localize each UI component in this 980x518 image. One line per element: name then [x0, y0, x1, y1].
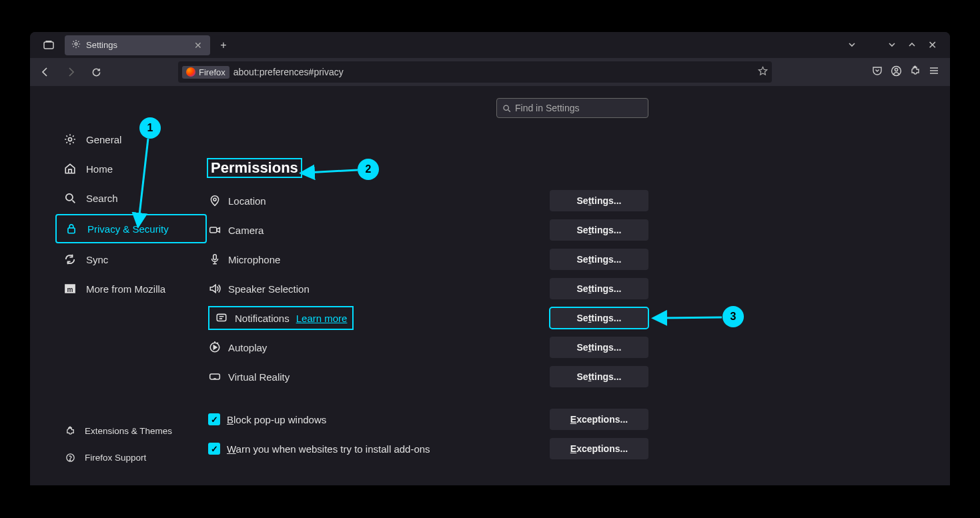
search-icon [63, 191, 77, 205]
camera-settings-button[interactable]: Settings... [550, 219, 648, 241]
permission-label: Notifications [235, 313, 290, 324]
browser-window: Settings ✕ + ✕ [30, 32, 950, 485]
sidebar-item-general[interactable]: General [55, 126, 207, 153]
sidebar-item-sync[interactable]: Sync [55, 246, 207, 273]
svg-text:m: m [67, 286, 73, 293]
notifications-settings-button[interactable]: Settings... [550, 307, 648, 329]
location-icon [208, 194, 221, 207]
svg-point-6 [68, 137, 71, 141]
sidebar-item-label: General [86, 134, 121, 145]
help-icon [63, 451, 77, 464]
location-settings-button[interactable]: Settings... [550, 190, 648, 211]
svg-point-14 [504, 105, 508, 110]
permission-label: Autoplay [228, 342, 267, 353]
svg-rect-8 [68, 228, 75, 233]
autoplay-settings-button[interactable]: Settings... [550, 337, 648, 358]
permission-label: Speaker Selection [228, 283, 310, 295]
account-icon[interactable] [891, 65, 902, 79]
close-tab-icon[interactable]: ✕ [193, 40, 203, 51]
settings-sidebar: General Home Search Privacy & Security [30, 86, 207, 485]
sidebar-item-label: Sync [86, 254, 108, 265]
permission-label: Location [228, 195, 266, 207]
tab-settings[interactable]: Settings ✕ [65, 35, 210, 55]
checkbox-label: Block pop-up windows [227, 414, 326, 425]
permission-row-autoplay: Autoplay Settings... [208, 333, 648, 362]
sidebar-item-search[interactable]: Search [55, 185, 207, 211]
vr-settings-button[interactable]: Settings... [550, 366, 648, 387]
tab-label: Settings [86, 40, 117, 50]
recent-browsing-icon[interactable] [39, 36, 58, 55]
svg-point-7 [66, 194, 73, 201]
autoplay-icon [208, 341, 221, 354]
tabs-dropdown-icon[interactable] [848, 39, 856, 51]
checkbox-warn-addons[interactable]: ✓ [208, 443, 220, 455]
notifications-icon [215, 311, 228, 325]
window-maximize-icon[interactable] [908, 39, 916, 51]
checkbox-block-popups[interactable]: ✓ [208, 413, 220, 425]
menu-icon[interactable] [929, 65, 939, 79]
window-close-icon[interactable]: ✕ [928, 39, 937, 51]
permission-row-camera: Camera Settings... [208, 215, 648, 245]
gear-icon [63, 133, 77, 146]
firefox-logo-icon [186, 67, 195, 77]
camera-icon [208, 223, 221, 237]
permission-row-notifications: Notifications Learn more Settings... [208, 303, 648, 333]
extensions-icon[interactable] [910, 65, 921, 79]
search-placeholder: Find in Settings [515, 103, 580, 113]
bookmark-star-icon[interactable] [758, 66, 768, 79]
search-icon [502, 104, 511, 113]
svg-rect-16 [210, 227, 217, 233]
svg-point-13 [69, 459, 70, 460]
sidebar-item-label: Search [86, 193, 118, 204]
settings-content: General Home Search Privacy & Security [30, 86, 950, 485]
new-tab-button[interactable]: + [214, 36, 233, 55]
settings-search-input[interactable]: Find in Settings [496, 98, 648, 118]
url-identity-badge[interactable]: Firefox [182, 66, 229, 79]
svg-rect-0 [44, 42, 53, 49]
sidebar-item-more-mozilla[interactable]: m More from Mozilla [55, 275, 207, 302]
vr-icon [208, 370, 221, 383]
home-icon [63, 162, 77, 175]
forward-button[interactable] [61, 62, 81, 82]
url-text: about:preferences#privacy [233, 67, 344, 77]
svg-rect-18 [217, 314, 226, 321]
reload-button[interactable] [86, 62, 106, 82]
sidebar-item-label: Home [86, 163, 113, 175]
toolbar-right [872, 65, 945, 79]
permissions-list: Location Settings... Camera Settings... [207, 186, 648, 463]
permission-row-microphone: Microphone Settings... [208, 245, 648, 274]
sidebar-item-support[interactable]: Firefox Support [55, 445, 207, 469]
permission-label: Camera [228, 225, 264, 236]
puzzle-icon [63, 424, 77, 437]
addons-exceptions-button[interactable]: Exceptions... [550, 438, 648, 459]
sync-icon [63, 253, 77, 266]
svg-point-2 [75, 43, 77, 45]
nav-toolbar: Firefox about:preferences#privacy [30, 58, 950, 86]
notifications-learn-more-link[interactable]: Learn more [296, 313, 348, 324]
window-minimize-icon[interactable] [888, 39, 896, 51]
speaker-settings-button[interactable]: Settings... [550, 278, 648, 299]
back-button[interactable] [35, 62, 55, 82]
checkbox-label: Warn you when websites try to install ad… [227, 443, 430, 455]
popup-exceptions-button[interactable]: Exceptions... [550, 409, 648, 430]
sidebar-item-label: More from Mozilla [86, 283, 165, 295]
permission-row-location: Location Settings... [208, 186, 648, 215]
sidebar-item-privacy-security[interactable]: Privacy & Security [55, 214, 207, 243]
checkbox-block-popups-row: ✓ Block pop-up windows Exceptions... [208, 405, 648, 434]
window-controls: ✕ [848, 39, 945, 51]
gear-icon [71, 39, 81, 51]
sidebar-item-label: Firefox Support [85, 453, 146, 463]
section-title-permissions: Permissions [207, 158, 302, 178]
microphone-settings-button[interactable]: Settings... [550, 249, 648, 270]
permission-label: Microphone [228, 254, 280, 265]
sidebar-item-label: Privacy & Security [87, 223, 169, 235]
url-bar[interactable]: Firefox about:preferences#privacy [178, 61, 772, 83]
sidebar-item-extensions-themes[interactable]: Extensions & Themes [55, 419, 207, 443]
pocket-icon[interactable] [872, 65, 883, 79]
sidebar-item-home[interactable]: Home [55, 155, 207, 182]
url-badge-label: Firefox [199, 67, 225, 77]
mozilla-icon: m [63, 282, 77, 295]
svg-point-4 [895, 68, 897, 71]
speaker-icon [208, 282, 221, 295]
svg-rect-1 [45, 41, 52, 42]
